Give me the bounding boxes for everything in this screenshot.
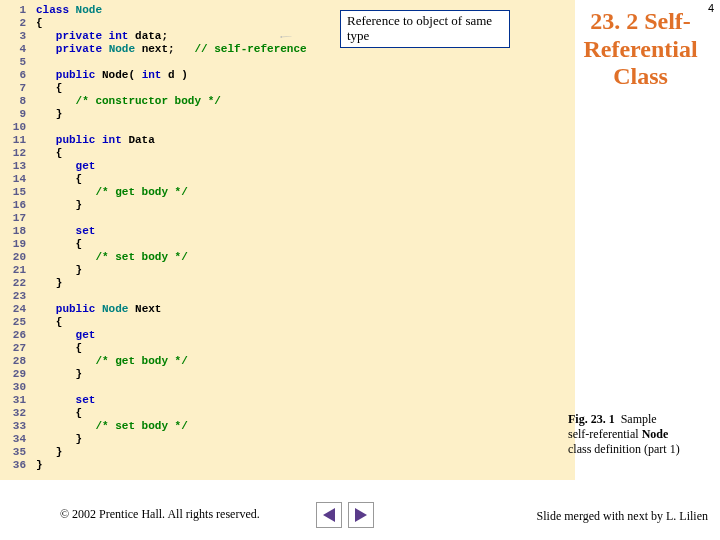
next-slide-button[interactable] [348, 502, 374, 528]
callout-arrow [230, 36, 342, 38]
page-number: 4 [708, 2, 714, 14]
footer: © 2002 Prentice Hall. All rights reserve… [0, 496, 720, 540]
figure-caption: Fig. 23. 1 Sample self-referential Node … [568, 412, 708, 457]
nav-buttons [316, 502, 374, 528]
triangle-left-icon [323, 508, 335, 522]
slide-title: 23. 2 Self- Referential Class [573, 8, 708, 91]
prev-slide-button[interactable] [316, 502, 342, 528]
svg-marker-1 [280, 37, 281, 38]
code-block: 1class Node2{3 private int data;4 privat… [0, 0, 575, 480]
svg-line-0 [281, 36, 292, 37]
copyright-text: © 2002 Prentice Hall. All rights reserve… [60, 507, 260, 522]
triangle-right-icon [355, 508, 367, 522]
callout-box: Reference to object of same type [340, 10, 510, 48]
merged-note: Slide merged with next by L. Lilien [537, 509, 708, 524]
